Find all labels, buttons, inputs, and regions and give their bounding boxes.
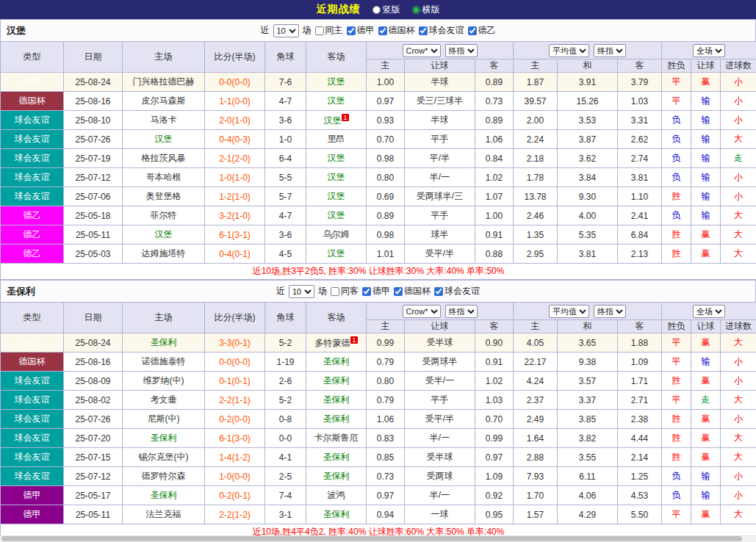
- match-score[interactable]: 0-4(0-1): [205, 245, 265, 264]
- league-filter-checkbox[interactable]: 球会友谊: [419, 24, 464, 37]
- league-filter-checkbox[interactable]: 德甲: [362, 285, 390, 297]
- home-team-name[interactable]: 奥登堡格: [146, 191, 181, 201]
- match-score[interactable]: 1-0(0-0): [205, 467, 265, 486]
- venue-filter-checkbox[interactable]: 同主: [315, 24, 343, 37]
- away-team-name[interactable]: 汉堡: [328, 95, 345, 106]
- match-score[interactable]: 1-4(1-2): [205, 448, 265, 467]
- away-team-name[interactable]: 汉堡: [328, 153, 345, 163]
- layout-radio-vertical[interactable]: 竖版: [372, 4, 400, 16]
- home-team-name[interactable]: 考文垂: [151, 394, 177, 405]
- away-team-name[interactable]: 乌尔姆: [323, 229, 350, 239]
- away-team-name[interactable]: 汉堡: [328, 76, 345, 87]
- home-team-name[interactable]: 诺德施泰特: [142, 356, 186, 366]
- match-score[interactable]: 0-0(0-0): [205, 353, 265, 372]
- avg-time-select[interactable]: 终指: [594, 305, 626, 318]
- subheader-avg-away: 客: [618, 59, 662, 73]
- match-score[interactable]: 1-2(1-0): [205, 187, 265, 206]
- league-filter-checkbox-input[interactable]: [394, 287, 403, 296]
- handicap-odds-away: 1.09: [475, 467, 514, 486]
- handicap-odds-away: 0.70: [475, 410, 514, 429]
- away-team-name[interactable]: 圣保利: [323, 375, 350, 386]
- match-score[interactable]: 1-0(1-0): [205, 168, 265, 187]
- horizontal-scrollbar-thumb[interactable]: [1, 536, 742, 541]
- match-score[interactable]: 0-2(0-1): [205, 486, 265, 505]
- home-team-name[interactable]: 法兰克福: [146, 509, 181, 519]
- home-team-name[interactable]: 锡尔克堡(中): [139, 452, 189, 462]
- home-team-name[interactable]: 尼斯(中): [148, 413, 180, 424]
- home-team-name[interactable]: 德罗特尔森: [142, 471, 186, 481]
- avg-odds-select[interactable]: 平均值: [549, 44, 589, 57]
- avg-odds-select[interactable]: 平均值: [549, 305, 589, 318]
- home-team-name[interactable]: 皮尔马森斯: [142, 95, 186, 106]
- league-filter-checkbox[interactable]: 德国杯: [394, 285, 431, 297]
- away-team-name[interactable]: 汉堡: [328, 248, 345, 259]
- league-filter-checkbox[interactable]: 德甲: [347, 24, 375, 37]
- odds-company-select[interactable]: Crow*: [403, 305, 441, 318]
- filter-games-label: 场: [318, 285, 327, 297]
- league-filter-checkbox[interactable]: 德乙: [468, 24, 496, 37]
- away-team-name[interactable]: 圣保利: [323, 394, 350, 405]
- away-team-name[interactable]: 里昂: [328, 134, 345, 144]
- home-team-name[interactable]: 马洛卡: [151, 115, 177, 125]
- match-score[interactable]: 0-4(0-3): [205, 130, 265, 149]
- odds-company-select[interactable]: Crow*: [403, 44, 441, 57]
- home-team-name[interactable]: 圣保利: [151, 490, 177, 500]
- league-filter-checkbox[interactable]: 球会友谊: [434, 285, 480, 297]
- fullmatch-select[interactable]: 全场: [693, 44, 725, 57]
- match-score[interactable]: 2-1(2-0): [205, 149, 265, 168]
- league-filter-checkbox-input[interactable]: [362, 287, 371, 296]
- league-filter-checkbox-input[interactable]: [347, 26, 356, 35]
- match-score[interactable]: 2-0(1-0): [205, 111, 265, 130]
- venue-filter-checkbox-input[interactable]: [315, 26, 324, 35]
- horizontal-radio-input[interactable]: [412, 6, 420, 14]
- home-team-name[interactable]: 圣保利: [151, 337, 177, 347]
- away-team-name[interactable]: 多特蒙德: [314, 338, 350, 348]
- home-team-name[interactable]: 哥本哈根: [146, 172, 181, 182]
- horizontal-scrollbar-track[interactable]: [0, 535, 756, 542]
- league-filter-checkbox-input[interactable]: [468, 26, 477, 35]
- match-score[interactable]: 6-1(3-1): [205, 225, 265, 245]
- home-team-name[interactable]: 圣保利: [151, 433, 177, 443]
- home-team-name[interactable]: 菲尔特: [151, 210, 177, 220]
- matches-count-select[interactable]: 10: [273, 24, 299, 37]
- home-team-name[interactable]: 汉堡: [155, 134, 173, 144]
- away-team-name[interactable]: 波鸿: [328, 490, 345, 500]
- avg-time-select[interactable]: 终指: [594, 44, 626, 57]
- layout-radio-horizontal[interactable]: 横版: [412, 4, 440, 16]
- odds-time-select[interactable]: 终指: [445, 44, 478, 57]
- match-score[interactable]: 0-2(0-0): [205, 410, 265, 429]
- away-team-name[interactable]: 卡尔斯鲁厄: [314, 433, 359, 443]
- away-team-name[interactable]: 圣保利: [323, 509, 350, 519]
- away-team-name[interactable]: 圣保利: [323, 356, 350, 366]
- match-score[interactable]: 0-0(0-0): [205, 73, 265, 92]
- home-team-name[interactable]: 门兴格拉德巴赫: [133, 76, 195, 87]
- home-team-name[interactable]: 格拉茨风暴: [142, 153, 186, 163]
- away-team-name[interactable]: 汉堡: [328, 172, 345, 182]
- match-score[interactable]: 3-3(0-1): [205, 333, 265, 353]
- match-score[interactable]: 6-1(3-0): [205, 429, 265, 448]
- match-score[interactable]: 2-2(1-2): [205, 505, 265, 524]
- league-filter-checkbox[interactable]: 德国杯: [378, 24, 415, 37]
- away-team-name[interactable]: 圣保利: [323, 452, 350, 462]
- match-score[interactable]: 3-2(1-0): [205, 206, 265, 225]
- away-team-name[interactable]: 汉堡: [328, 191, 345, 201]
- league-filter-checkbox-input[interactable]: [434, 287, 443, 296]
- home-team-name[interactable]: 达姆施塔特: [142, 248, 186, 259]
- fullmatch-select[interactable]: 全场: [693, 305, 725, 318]
- away-team-name[interactable]: 汉堡: [328, 210, 345, 220]
- match-score[interactable]: 1-1(0-0): [205, 92, 265, 111]
- league-filter-checkbox-input[interactable]: [419, 26, 428, 35]
- odds-time-select[interactable]: 终指: [445, 305, 478, 318]
- venue-filter-checkbox-input[interactable]: [331, 287, 339, 296]
- home-team-name[interactable]: 汉堡: [155, 229, 173, 239]
- venue-filter-checkbox[interactable]: 同客: [331, 285, 359, 297]
- away-team-name[interactable]: 汉堡: [323, 115, 341, 126]
- matches-count-select[interactable]: 10: [289, 285, 314, 298]
- match-score[interactable]: 2-2(1-1): [205, 391, 265, 410]
- away-team-name[interactable]: 圣保利: [323, 471, 350, 481]
- match-score[interactable]: 0-1(0-1): [205, 372, 265, 391]
- home-team-name[interactable]: 维罗纳(中): [143, 375, 184, 386]
- league-filter-checkbox-input[interactable]: [378, 26, 387, 35]
- vertical-radio-input[interactable]: [372, 6, 381, 14]
- away-team-name[interactable]: 圣保利: [323, 413, 350, 424]
